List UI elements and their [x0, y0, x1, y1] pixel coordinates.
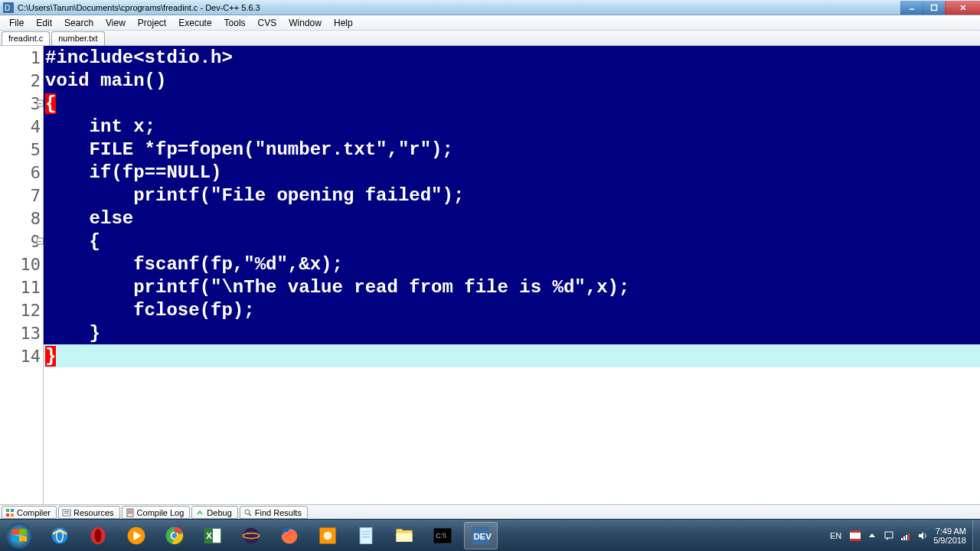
code-line[interactable]: int x;: [44, 115, 980, 138]
code-area[interactable]: #include<stdio.h>void main(){ int x; FIL…: [44, 46, 980, 504]
menu-edit[interactable]: Edit: [30, 16, 58, 30]
taskbar-excel-icon[interactable]: X: [196, 522, 230, 549]
app-icon: D: [2, 2, 15, 14]
tray-action-center-icon[interactable]: [883, 530, 895, 542]
menu-cvs[interactable]: CVS: [252, 16, 283, 30]
code-line[interactable]: }: [44, 321, 980, 344]
show-desktop-button[interactable]: [972, 520, 980, 552]
window-title: C:\Users\Tarun\Documents\cprograms\fread…: [18, 3, 900, 12]
line-number: 8: [0, 207, 43, 230]
svg-point-19: [6, 523, 32, 549]
titlebar[interactable]: D C:\Users\Tarun\Documents\cprograms\fre…: [0, 0, 980, 15]
svg-rect-47: [850, 530, 861, 533]
svg-text:D: D: [5, 4, 10, 12]
line-number: 4: [0, 115, 43, 138]
fold-toggle-icon[interactable]: −: [37, 100, 44, 107]
taskbar-apps: X C:\\ DEV: [38, 522, 827, 549]
svg-line-18: [249, 514, 251, 516]
taskbar-eclipse-icon[interactable]: [234, 522, 268, 549]
menu-project[interactable]: Project: [132, 16, 172, 30]
language-indicator[interactable]: EN: [827, 530, 844, 541]
code-line[interactable]: {: [44, 230, 980, 253]
line-number: 5: [0, 138, 43, 161]
svg-marker-49: [869, 533, 875, 537]
editor: 123−456789−1011121314 #include<stdio.h>v…: [0, 46, 980, 504]
bottom-tab-compile-log[interactable]: Compile Log: [122, 506, 191, 519]
svg-rect-54: [906, 535, 907, 540]
code-line[interactable]: printf("\nThe value read from file is %d…: [44, 276, 980, 298]
code-line[interactable]: printf("File opening failed");: [44, 184, 980, 207]
taskbar-notepad-icon[interactable]: [349, 522, 383, 549]
svg-rect-53: [903, 536, 905, 540]
line-number: 10: [0, 253, 43, 276]
tray-network-icon[interactable]: [900, 530, 912, 542]
bottom-tab-compiler[interactable]: Compiler: [2, 506, 57, 519]
menu-tools[interactable]: Tools: [218, 16, 252, 30]
bottom-tab-find-results[interactable]: Find Results: [240, 506, 308, 519]
maximize-button[interactable]: [923, 1, 945, 15]
menu-help[interactable]: Help: [328, 16, 359, 30]
system-tray: EN 7:49 AM 5/9/2018: [827, 527, 972, 545]
svg-text:DEV: DEV: [473, 532, 492, 541]
taskbar-ie-icon[interactable]: [43, 522, 77, 549]
taskbar-explorer-icon[interactable]: [387, 522, 421, 549]
svg-rect-7: [11, 509, 14, 512]
svg-rect-37: [360, 527, 372, 543]
code-line[interactable]: {: [44, 92, 980, 115]
svg-rect-52: [901, 538, 903, 540]
code-line[interactable]: if(fp==NULL): [44, 161, 980, 184]
code-line[interactable]: fclose(fp);: [44, 298, 980, 321]
line-number: 3−: [0, 92, 43, 115]
line-number: 6: [0, 161, 43, 184]
code-line[interactable]: fscanf(fp,"%d",&x);: [44, 253, 980, 276]
svg-rect-55: [908, 533, 910, 540]
line-number: 14: [0, 344, 43, 367]
code-line[interactable]: void main(): [44, 69, 980, 92]
close-button[interactable]: [945, 1, 980, 15]
code-line[interactable]: else: [44, 207, 980, 230]
taskbar-app1-icon[interactable]: [311, 522, 345, 549]
svg-rect-9: [11, 514, 14, 517]
window-buttons: [900, 1, 980, 15]
clock[interactable]: 7:49 AM 5/9/2018: [933, 527, 969, 545]
taskbar-cmd-icon[interactable]: C:\\: [426, 522, 459, 549]
file-tab[interactable]: freadint.c: [2, 31, 50, 45]
svg-point-23: [95, 529, 102, 543]
taskbar-firefox-icon[interactable]: [273, 522, 306, 549]
code-line[interactable]: #include<stdio.h>: [44, 46, 980, 69]
tray-flag-icon[interactable]: [849, 530, 861, 542]
line-number: 12: [0, 298, 43, 321]
bottom-tab-debug[interactable]: Debug: [191, 506, 237, 519]
fold-toggle-icon[interactable]: −: [37, 238, 44, 245]
svg-point-32: [243, 527, 260, 543]
bottom-tab-resources[interactable]: Resources: [58, 506, 120, 519]
line-number: 7: [0, 184, 43, 207]
line-gutter: 123−456789−1011121314: [0, 46, 44, 504]
svg-rect-12: [64, 513, 69, 514]
menu-view[interactable]: View: [100, 16, 132, 30]
taskbar-mediaplayer-icon[interactable]: [119, 522, 153, 549]
taskbar-devcpp-icon[interactable]: DEV: [464, 522, 498, 549]
menu-file[interactable]: File: [3, 16, 30, 30]
svg-marker-56: [919, 532, 923, 540]
menubar: FileEditSearchViewProjectExecuteToolsCVS…: [0, 15, 980, 31]
file-tab[interactable]: number.txt: [51, 31, 104, 45]
tray-volume-icon[interactable]: [916, 530, 929, 542]
clock-date: 5/9/2018: [933, 536, 966, 545]
menu-search[interactable]: Search: [58, 16, 100, 30]
menu-execute[interactable]: Execute: [172, 16, 217, 30]
minimize-button[interactable]: [900, 1, 923, 15]
taskbar-opera-icon[interactable]: [81, 522, 115, 549]
bottom-panel-tabs: CompilerResourcesCompile LogDebugFind Re…: [0, 504, 980, 519]
start-button[interactable]: [0, 520, 38, 552]
taskbar-chrome-icon[interactable]: [158, 522, 191, 549]
svg-rect-3: [932, 5, 937, 10]
code-line[interactable]: }: [44, 344, 980, 367]
svg-text:X: X: [206, 531, 212, 540]
code-line[interactable]: FILE *fp=fopen("number.txt","r");: [44, 138, 980, 161]
svg-rect-11: [64, 511, 69, 512]
tray-up-icon[interactable]: [866, 530, 878, 542]
svg-rect-6: [6, 509, 9, 512]
menu-window[interactable]: Window: [283, 16, 328, 30]
line-number: 11: [0, 276, 43, 298]
